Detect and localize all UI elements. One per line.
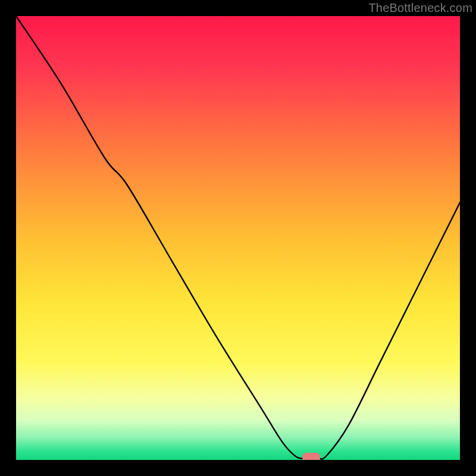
chart-svg: [16, 16, 460, 460]
plot-area: [16, 16, 460, 460]
optimal-marker: [302, 453, 320, 460]
watermark-text: TheBottleneck.com: [368, 1, 472, 15]
gradient-background: [16, 16, 460, 460]
chart-frame: TheBottleneck.com: [0, 0, 476, 476]
